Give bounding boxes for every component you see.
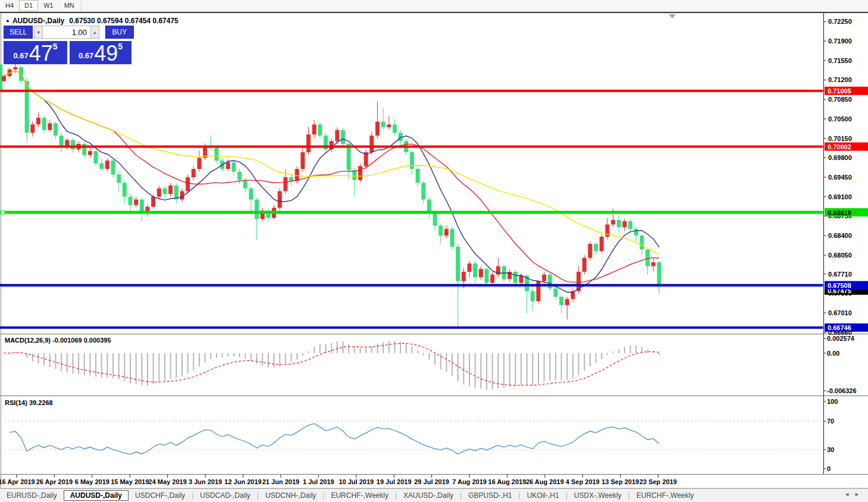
sell-price-box[interactable]: 0.67 47 5 [4,41,67,64]
volume-increase-button[interactable]: ▲ [90,26,99,39]
date-tick-label: 26 Aug 2019 [526,478,564,485]
rsi-value: 39.2268 [29,399,53,406]
candle-body [375,122,380,136]
tab-usdcad-daily[interactable]: USDCAD-,Daily [193,490,257,501]
macd-axis-label: 0.002574 [827,335,855,342]
price-tick-label: 0.69800 [828,154,852,161]
candle-body [456,247,460,281]
candle-body [438,225,443,236]
tab-eurusd-daily[interactable]: EURUSD-,Daily [0,490,64,501]
tab-usdcnh-daily[interactable]: USDCNH-,Daily [259,490,322,501]
candle-body [358,166,362,180]
moving-average-45 [4,71,659,255]
candle-body [531,291,535,302]
candle-body [318,124,322,136]
volume-decrease-button[interactable]: ▼ [34,26,43,39]
candle-body [36,118,40,124]
collapse-triangle-icon[interactable]: ▲ [5,18,10,23]
candle-body [25,81,29,133]
date-tick-label: 21 Jun 2019 [262,478,299,485]
price-tick-label: 0.70500 [828,115,852,123]
rsi-name: RSI(14) [5,399,27,406]
candle-body [30,124,35,133]
macd-pane: 0.0025740.00-0.006326 [4,335,857,394]
date-tick-label: 15 May 2019 [111,478,149,485]
candle-body [237,172,242,180]
candle-body [611,220,615,224]
candle-body [542,275,546,281]
tab-scroll-arrows[interactable]: ◄► [844,491,864,497]
candle-body [651,262,656,266]
toolbar-separator [81,1,82,11]
macd-indicator-label: MACD(12,26,9) -0.001069 0.000395 [5,337,111,344]
rsi-axis-label: 70 [827,418,834,425]
one-click-trading-panel: SELL ▼ ▲ BUY 0.67 47 5 0.67 49 5 [4,26,134,64]
candle-body [519,275,523,283]
rsi-axis-label: 30 [827,446,834,453]
rsi-axis-label: 0 [827,465,831,472]
buy-button[interactable]: BUY [105,26,134,39]
tab-eurchf-weekly[interactable]: EURCHF-,Weekly [324,490,394,501]
candle-body [88,151,92,155]
sell-button[interactable]: SELL [4,26,33,39]
chart-title: ▲AUDUSD-,Daily0.67530 0.67594 0.67454 0.… [5,17,178,25]
svg-text:0.71005: 0.71005 [828,87,851,95]
price-badge: 0.66746 [825,324,868,332]
date-tick-label: 19 Jul 2019 [377,478,412,485]
candle-body [99,164,104,169]
timeframe-mn-button[interactable]: MN [59,0,80,11]
rsi-axis-label: 100 [827,398,838,405]
tab-scroll-right-icon[interactable]: ► [854,491,864,497]
candle-body [71,140,75,149]
tab-xauusd-daily[interactable]: XAUUSD-,Daily [397,490,460,501]
candle-body [588,244,592,258]
macd-axis-label: 0.00 [827,350,839,357]
timeframe-h4-button[interactable]: H4 [0,0,19,11]
pane-separators[interactable] [0,13,868,488]
candle-body [444,229,449,236]
date-axis: 16 Apr 201926 Apr 20196 May 201915 May 2… [0,475,677,485]
candle-body [553,288,557,297]
timeframe-d1-button[interactable]: D1 [19,0,38,11]
date-tick-label: 16 Apr 2019 [0,478,35,485]
candle-body [48,123,52,130]
tab-audusd-daily[interactable]: AUDUSD-,Daily [64,490,129,501]
candle-body [151,197,155,207]
chart-shift-marker[interactable] [669,14,676,18]
volume-input[interactable] [43,26,90,39]
price-tick-label: 0.71200 [828,76,852,83]
price-tick-label: 0.69100 [828,193,852,200]
tab-scroll-left-icon[interactable]: ◄ [844,491,854,497]
candle-body [369,136,374,152]
sell-price-pip: 5 [53,42,58,51]
candle-body [42,118,46,130]
candle-body [387,124,391,127]
candle-body [490,275,494,283]
buy-price-box[interactable]: 0.67 49 5 [70,41,131,64]
tab-usdx-weekly[interactable]: USDX-,Weekly [568,490,628,501]
date-tick-label: 3 Jun 2019 [189,478,222,485]
candle-body [645,250,650,266]
price-tick-label: 0.71900 [828,37,852,45]
date-tick-label: 16 Aug 2019 [488,478,527,485]
tab-usdchf-daily[interactable]: USDCHF-,Daily [129,490,192,501]
price-tick-label: 0.70150 [828,135,852,142]
hline-handle[interactable] [1,211,5,214]
price-tick-label: 0.69450 [828,174,852,181]
timeframe-w1-button[interactable]: W1 [38,0,59,11]
tab-ukoil-h1[interactable]: UKOil-,H1 [521,490,566,501]
candle-body [283,177,287,191]
tab-eurchf-weekly[interactable]: EURCHF-,Weekly [630,490,700,501]
candle-body [622,221,626,227]
candle-body [278,191,282,208]
date-tick-label: 10 Jul 2019 [339,478,374,485]
price-chart[interactable]: 0.722500.719000.715500.712000.708500.705… [0,0,868,502]
price-badge: 0.70002 [825,142,868,150]
candle-body [157,189,161,197]
price-tick-label: 0.68050 [828,252,852,259]
date-tick-label: 23 Sep 2019 [640,478,677,485]
candle-body [433,214,437,226]
date-tick-label: 4 Sep 2019 [566,478,600,485]
tab-gbpusd-h1[interactable]: GBPUSD-,H1 [462,490,518,501]
candle-body [462,272,466,281]
